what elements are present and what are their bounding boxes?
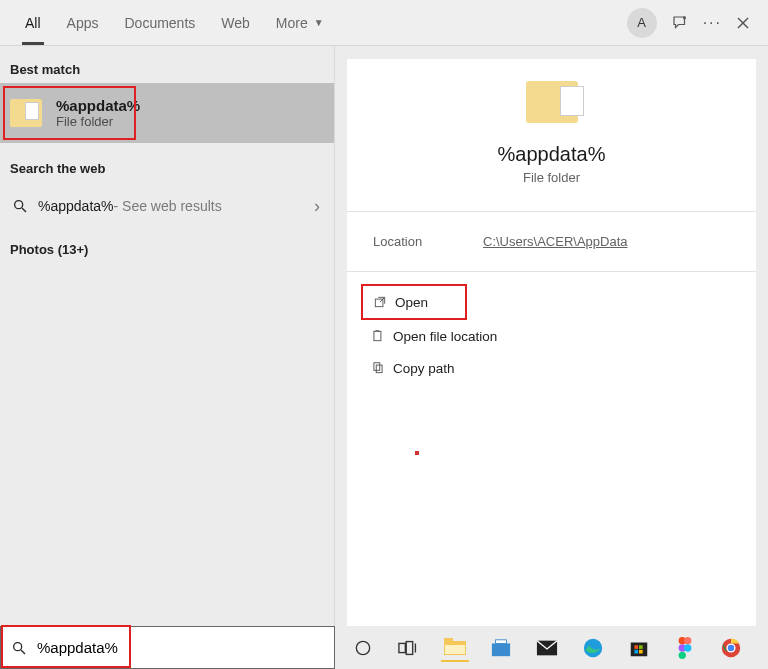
search-input[interactable] — [37, 639, 297, 656]
store-icon[interactable] — [487, 634, 515, 662]
chevron-down-icon: ▼ — [314, 17, 324, 28]
results-panel: Best match %appdata% File folder Search … — [0, 46, 335, 626]
svg-rect-18 — [492, 643, 510, 656]
location-label: Location — [373, 234, 483, 249]
svg-rect-25 — [634, 649, 638, 653]
folder-icon — [10, 99, 42, 127]
search-icon — [12, 198, 28, 214]
tab-apps[interactable]: Apps — [54, 0, 112, 45]
svg-rect-13 — [406, 641, 412, 654]
folder-icon — [526, 81, 578, 123]
action-open-label: Open — [395, 295, 428, 310]
feedback-icon[interactable] — [671, 14, 689, 32]
location-row: Location C:\Users\ACER\AppData — [347, 212, 756, 272]
section-search-web: Search the web — [0, 155, 334, 182]
taskbar — [0, 626, 768, 669]
section-photos: Photos (13+) — [0, 236, 334, 263]
open-icon — [373, 295, 395, 309]
location-path[interactable]: C:\Users\ACER\AppData — [483, 234, 628, 249]
best-match-title: %appdata% — [56, 97, 140, 114]
svg-rect-19 — [496, 639, 507, 643]
tabs-container: All Apps Documents Web More ▼ — [0, 0, 337, 45]
tab-all[interactable]: All — [12, 0, 54, 45]
search-icon — [11, 640, 27, 656]
web-query: %appdata% — [38, 198, 114, 214]
annotation-dot — [415, 451, 419, 455]
svg-rect-16 — [444, 638, 453, 643]
close-icon[interactable] — [736, 16, 750, 30]
top-right-controls: A ··· — [627, 8, 768, 38]
svg-rect-8 — [376, 365, 382, 373]
svg-point-31 — [679, 651, 686, 658]
svg-rect-17 — [445, 645, 465, 654]
svg-point-34 — [728, 644, 734, 650]
svg-point-28 — [684, 637, 691, 644]
more-options-icon[interactable]: ··· — [703, 14, 722, 32]
svg-rect-6 — [374, 331, 381, 340]
taskbar-search-box[interactable] — [0, 626, 335, 669]
tab-more-label: More — [276, 15, 308, 31]
file-explorer-icon[interactable] — [441, 634, 469, 662]
chrome-icon[interactable] — [717, 634, 745, 662]
best-match-text: %appdata% File folder — [56, 97, 140, 129]
detail-panel-wrap: %appdata% File folder Location C:\Users\… — [335, 46, 768, 626]
svg-point-21 — [584, 638, 602, 656]
svg-rect-23 — [634, 645, 638, 649]
svg-line-4 — [22, 208, 26, 212]
edge-icon[interactable] — [579, 634, 607, 662]
tab-web[interactable]: Web — [208, 0, 263, 45]
figma-icon[interactable] — [671, 634, 699, 662]
svg-point-30 — [684, 644, 691, 651]
action-open[interactable]: Open — [363, 286, 465, 318]
web-suffix: - See web results — [114, 198, 222, 214]
ms-store-icon[interactable] — [625, 634, 653, 662]
svg-rect-7 — [374, 363, 380, 371]
annotation-highlight: Open — [361, 284, 467, 320]
detail-subtitle: File folder — [523, 170, 580, 185]
main-split: Best match %appdata% File folder Search … — [0, 46, 768, 626]
svg-rect-26 — [639, 649, 643, 653]
detail-title: %appdata% — [498, 143, 606, 166]
svg-rect-24 — [639, 645, 643, 649]
top-tabs-bar: All Apps Documents Web More ▼ A ··· — [0, 0, 768, 46]
mail-icon[interactable] — [533, 634, 561, 662]
cortana-icon[interactable] — [349, 634, 377, 662]
action-copy-path[interactable]: Copy path — [361, 352, 742, 384]
copy-icon — [371, 361, 393, 375]
tab-more[interactable]: More ▼ — [263, 0, 337, 45]
detail-card: %appdata% File folder Location C:\Users\… — [347, 59, 756, 626]
detail-hero: %appdata% File folder — [347, 59, 756, 211]
folder-open-icon — [371, 329, 393, 343]
best-match-result[interactable]: %appdata% File folder — [0, 83, 334, 143]
web-result[interactable]: %appdata% - See web results › — [0, 182, 334, 230]
best-match-subtitle: File folder — [56, 114, 140, 129]
avatar[interactable]: A — [627, 8, 657, 38]
tab-documents[interactable]: Documents — [111, 0, 208, 45]
svg-point-0 — [683, 16, 686, 19]
task-view-icon[interactable] — [395, 634, 423, 662]
svg-rect-12 — [399, 643, 405, 652]
action-open-location-label: Open file location — [393, 329, 497, 344]
svg-line-10 — [21, 650, 25, 654]
svg-rect-22 — [631, 642, 648, 656]
chevron-right-icon: › — [314, 196, 320, 217]
action-copy-path-label: Copy path — [393, 361, 455, 376]
actions-list: Open Open file location — [347, 272, 756, 396]
svg-point-3 — [15, 201, 23, 209]
svg-point-11 — [356, 641, 369, 654]
action-open-location[interactable]: Open file location — [361, 320, 742, 352]
taskbar-apps — [335, 626, 768, 669]
svg-point-9 — [14, 642, 22, 650]
section-best-match: Best match — [0, 56, 334, 83]
